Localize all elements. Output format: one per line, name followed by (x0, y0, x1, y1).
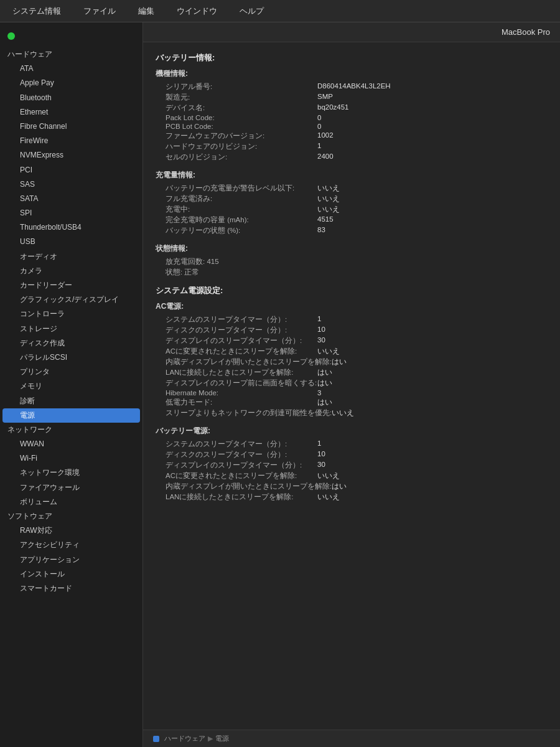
ac-label-1: ディスクのスリープタイマー（分）: (156, 326, 317, 335)
sidebar-item-power[interactable]: 電源 (2, 408, 140, 423)
sidebar-item-usb[interactable]: USB (2, 235, 140, 249)
ac-value-6: はい (317, 378, 332, 388)
ac-value-5: はい (317, 368, 332, 377)
info-label-cycle: 放充電回数: 415 (156, 257, 317, 266)
ac-row-7: Hibernate Mode: 3 (156, 388, 548, 397)
ac-label-6: ディスプレイのスリープ前に画面を暗くする: (156, 378, 317, 388)
info-value-charging: いいえ (317, 205, 340, 214)
info-row-pcb-lot: PCB Lot Code: 0 (156, 122, 548, 131)
info-label-capacity: 完全充電時の容量 (mAh): (156, 215, 317, 225)
info-value-battery-pct: 83 (317, 226, 325, 235)
ac-row-8: 低電力モード: はい (156, 397, 548, 408)
sidebar-item-firewall[interactable]: ファイアウォール (2, 481, 140, 495)
ac-label-5: LANに接続したときにスリープを解除: (156, 368, 317, 377)
sidebar-item-raw[interactable]: RAW対応 (2, 524, 140, 538)
status-info-section: 状態情報: 放充電回数: 415 状態: 正常 (156, 243, 548, 278)
sidebar-item-sas[interactable]: SAS (2, 177, 140, 192)
machine-info-title: 機種情報: (156, 68, 548, 79)
sidebar-section-hardware-header: ハードウェア (0, 47, 142, 62)
info-label-status: 状態: 正常 (156, 268, 317, 277)
info-label-serial: シリアル番号: (156, 82, 317, 92)
sidebar-item-pci[interactable]: PCI (2, 163, 140, 177)
sidebar-item-ethernet[interactable]: Ethernet (2, 105, 140, 120)
sidebar-item-card-reader[interactable]: カードリーダー (2, 278, 140, 293)
info-row-capacity: 完全充電時の容量 (mAh): 4515 (156, 215, 548, 225)
breadcrumb-bar: ハードウェア ▶ 電源 (143, 730, 560, 747)
ac-row-2: ディスプレイのスリープタイマー（分）: 30 (156, 336, 548, 346)
info-label-warning: バッテリーの充電量が警告レベル以下: (156, 184, 317, 193)
sidebar-item-camera[interactable]: カメラ (2, 264, 140, 278)
breadcrumb-icon (153, 736, 159, 742)
menu-window[interactable]: ウインドウ (172, 3, 222, 19)
sidebar-item-accessibility[interactable]: アクセシビリティ (2, 538, 140, 552)
ac-label-7: Hibernate Mode: (156, 389, 317, 397)
sidebar-item-memory[interactable]: メモリ (2, 379, 140, 393)
sidebar-item-nvmexpress[interactable]: NVMExpress (2, 148, 140, 162)
sidebar-item-parallel-scsi[interactable]: パラレルSCSI (2, 350, 140, 365)
sidebar-item-sata[interactable]: SATA (2, 192, 140, 206)
info-label-cell-rev: セルのリビジョン: (156, 153, 317, 162)
info-label-charging: 充電中: (156, 205, 317, 214)
bat-value-0: 1 (317, 439, 321, 449)
sidebar-item-apple-pay[interactable]: Apple Pay (2, 76, 140, 90)
bat-value-4: はい (332, 482, 347, 491)
sidebar-item-fibre-channel[interactable]: Fibre Channel (2, 120, 140, 134)
sidebar-item-storage[interactable]: ストレージ (2, 322, 140, 336)
sidebar-item-install[interactable]: インストール (2, 567, 140, 581)
bat-value-3: いいえ (317, 471, 340, 481)
bat-label-3: ACに変更されたときにスリープを解除: (156, 471, 317, 481)
ac-label-4: 内蔵ディスプレイが開いたときにスリープを解除: (156, 357, 332, 367)
info-label-firmware: ファームウェアのバージョン: (156, 131, 317, 141)
sidebar-item-network-env[interactable]: ネットワーク環境 (2, 466, 140, 480)
info-row-maker: 製造元: SMP (156, 92, 548, 103)
sidebar-item-bluetooth[interactable]: Bluetooth (2, 91, 140, 105)
info-row-cell-rev: セルのリビジョン: 2400 (156, 152, 548, 162)
ac-power-table: システムのスリープタイマー（分）: 1 ディスクのスリープタイマー（分）: 10… (156, 314, 548, 418)
ac-value-8: はい (317, 398, 332, 407)
menu-system-info[interactable]: システム情報 (7, 3, 66, 19)
menu-help[interactable]: ヘルプ (235, 3, 269, 19)
sidebar-item-wwan[interactable]: WWAN (2, 437, 140, 451)
info-label-device-name: デバイス名: (156, 103, 317, 113)
info-row-pack-lot: Pack Lot Code: 0 (156, 113, 548, 122)
info-row-serial: シリアル番号: D860414ABK4L3L2EH (156, 82, 548, 92)
bat-label-5: LANに接続したときにスリープを解除: (156, 492, 317, 502)
sidebar-item-disk-create[interactable]: ディスク作成 (2, 336, 140, 350)
info-row-warning: バッテリーの充電量が警告レベル以下: いいえ (156, 183, 548, 194)
info-label-pack-lot: Pack Lot Code: (156, 114, 317, 121)
ac-row-6: ディスプレイのスリープ前に画面を暗くする: はい (156, 378, 548, 388)
bat-row-3: ACに変更されたときにスリープを解除: いいえ (156, 471, 548, 481)
sidebar-item-applications[interactable]: アプリケーション (2, 553, 140, 567)
content-area: MacBook Pro バッテリー情報: 機種情報: シリアル番号: D8604… (143, 22, 560, 747)
sidebar-item-smart-card[interactable]: スマートカード (2, 581, 140, 596)
sidebar-item-spi[interactable]: SPI (2, 206, 140, 220)
sidebar-item-thunderbolt[interactable]: Thunderbolt/USB4 (2, 220, 140, 235)
ac-label-8: 低電力モード: (156, 398, 317, 407)
menu-file[interactable]: ファイル (78, 3, 121, 19)
bat-label-1: ディスクのスリープタイマー（分）: (156, 450, 317, 459)
ac-value-7: 3 (317, 389, 321, 397)
ac-row-3: ACに変更されたときにスリープを解除: いいえ (156, 346, 548, 357)
sidebar-item-volume[interactable]: ボリューム (2, 495, 140, 509)
sidebar-item-controller[interactable]: コントローラ (2, 307, 140, 321)
sidebar-item-firewire[interactable]: FireWire (2, 134, 140, 148)
info-row-firmware: ファームウェアのバージョン: 1002 (156, 131, 548, 141)
menu-edit[interactable]: 編集 (133, 3, 159, 19)
info-row-cycle: 放充電回数: 415 (156, 256, 548, 267)
sidebar-item-ata[interactable]: ATA (2, 62, 140, 76)
info-value-device-name: bq20z451 (317, 103, 349, 113)
sidebar-item-audio[interactable]: オーディオ (2, 250, 140, 264)
sidebar-item-wifi[interactable]: Wi-Fi (2, 451, 140, 466)
breadcrumb-current: 電源 (215, 734, 229, 743)
charge-info-section: 充電量情報: バッテリーの充電量が警告レベル以下: いいえ フル充電済み: いい… (156, 170, 548, 236)
charge-info-table: バッテリーの充電量が警告レベル以下: いいえ フル充電済み: いいえ 充電中: … (156, 183, 548, 236)
info-value-capacity: 4515 (317, 215, 334, 225)
status-info-table: 放充電回数: 415 状態: 正常 (156, 256, 548, 278)
sidebar-item-graphics[interactable]: グラフィックス/ディスプレイ (2, 293, 140, 307)
traffic-light-green[interactable] (7, 32, 15, 40)
sidebar-item-printer[interactable]: プリンタ (2, 365, 140, 379)
bat-row-2: ディスプレイのスリープタイマー（分）: 30 (156, 460, 548, 471)
ac-value-1: 10 (317, 326, 325, 335)
info-value-maker: SMP (317, 93, 333, 102)
sidebar-item-diagnostics[interactable]: 診断 (2, 394, 140, 408)
